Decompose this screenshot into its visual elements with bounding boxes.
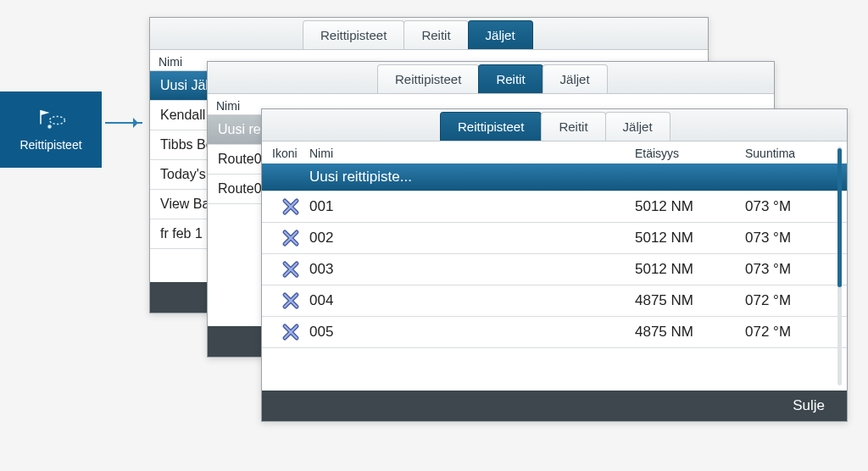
cell-distance: 4875 NM bbox=[635, 324, 745, 341]
launcher-tile-waypoints[interactable]: Reittipisteet bbox=[0, 91, 102, 168]
tab-bar: Reittipisteet Reitit Jäljet bbox=[150, 18, 708, 50]
waypoints-window: Reittipisteet Reitit Jäljet Ikoni Nimi E… bbox=[261, 108, 848, 422]
cell-icon bbox=[272, 322, 309, 342]
arrow-icon bbox=[105, 122, 142, 124]
column-header-row: Ikoni Nimi Etäisyys Suuntima bbox=[262, 141, 847, 163]
cell-name: 004 bbox=[309, 292, 635, 309]
table-row[interactable]: 001 5012 NM 073 °M bbox=[262, 191, 847, 223]
svg-point-3 bbox=[47, 125, 52, 129]
cell-icon bbox=[272, 197, 309, 217]
cell-bearing: 073 °M bbox=[745, 261, 838, 278]
col-icon: Ikoni bbox=[272, 147, 309, 160]
cell-name: 002 bbox=[309, 230, 635, 247]
cell-bearing: 073 °M bbox=[745, 230, 838, 247]
table-row[interactable]: 002 5012 NM 073 °M bbox=[262, 223, 847, 254]
cell-icon bbox=[272, 259, 309, 280]
footer-bar: Sulje bbox=[262, 391, 847, 421]
svg-point-2 bbox=[50, 117, 65, 125]
cell-bearing: 072 °M bbox=[745, 324, 838, 341]
cell-name: Uusi reittipiste... bbox=[309, 169, 635, 186]
close-button[interactable]: Sulje bbox=[793, 397, 825, 414]
tab-waypoints[interactable]: Reittipisteet bbox=[440, 112, 542, 141]
waypoint-x-icon bbox=[281, 228, 301, 248]
tab-bar: Reittipisteet Reitit Jäljet bbox=[262, 109, 847, 141]
svg-marker-1 bbox=[41, 110, 50, 115]
table-row[interactable]: 004 4875 NM 072 °M bbox=[262, 285, 847, 317]
table-row[interactable]: 005 4875 NM 072 °M bbox=[262, 317, 847, 348]
tab-tracks[interactable]: Jäljet bbox=[542, 64, 608, 93]
scrollbar[interactable] bbox=[837, 147, 842, 385]
tab-tracks[interactable]: Jäljet bbox=[605, 112, 670, 141]
tab-bar: Reittipisteet Reitit Jäljet bbox=[208, 62, 774, 94]
tab-waypoints[interactable]: Reittipisteet bbox=[377, 64, 479, 93]
waypoint-x-icon bbox=[281, 259, 301, 280]
waypoint-flag-icon bbox=[31, 108, 71, 133]
tab-waypoints[interactable]: Reittipisteet bbox=[303, 20, 404, 49]
waypoint-x-icon bbox=[281, 291, 301, 311]
cell-icon bbox=[272, 228, 309, 248]
tab-tracks[interactable]: Jäljet bbox=[468, 20, 533, 49]
cell-bearing: 072 °M bbox=[745, 292, 838, 309]
launcher-label: Reittipisteet bbox=[19, 138, 81, 152]
waypoint-x-icon bbox=[281, 322, 301, 342]
cell-distance: 5012 NM bbox=[635, 198, 745, 215]
tab-routes[interactable]: Reitit bbox=[478, 64, 542, 93]
tab-routes[interactable]: Reitit bbox=[403, 20, 468, 49]
cell-bearing: 073 °M bbox=[745, 198, 838, 215]
col-name: Nimi bbox=[309, 147, 635, 160]
cell-icon bbox=[272, 291, 309, 311]
cell-distance: 4875 NM bbox=[635, 292, 745, 309]
cell-name: 005 bbox=[309, 324, 635, 341]
cell-distance: 5012 NM bbox=[635, 230, 745, 247]
waypoint-x-icon bbox=[281, 197, 301, 217]
tab-routes[interactable]: Reitit bbox=[541, 112, 605, 141]
cell-name: 003 bbox=[309, 261, 635, 278]
cell-name: 001 bbox=[309, 198, 635, 215]
col-distance: Etäisyys bbox=[635, 147, 745, 160]
col-name: Nimi bbox=[216, 99, 240, 113]
cell-distance: 5012 NM bbox=[635, 261, 745, 278]
table-row[interactable]: 003 5012 NM 073 °M bbox=[262, 254, 847, 285]
waypoints-list: Uusi reittipiste... 001 5012 NM 073 °M bbox=[262, 163, 847, 348]
col-name: Nimi bbox=[159, 55, 182, 69]
col-bearing: Suuntima bbox=[745, 147, 838, 160]
new-waypoint-row[interactable]: Uusi reittipiste... bbox=[262, 163, 847, 191]
